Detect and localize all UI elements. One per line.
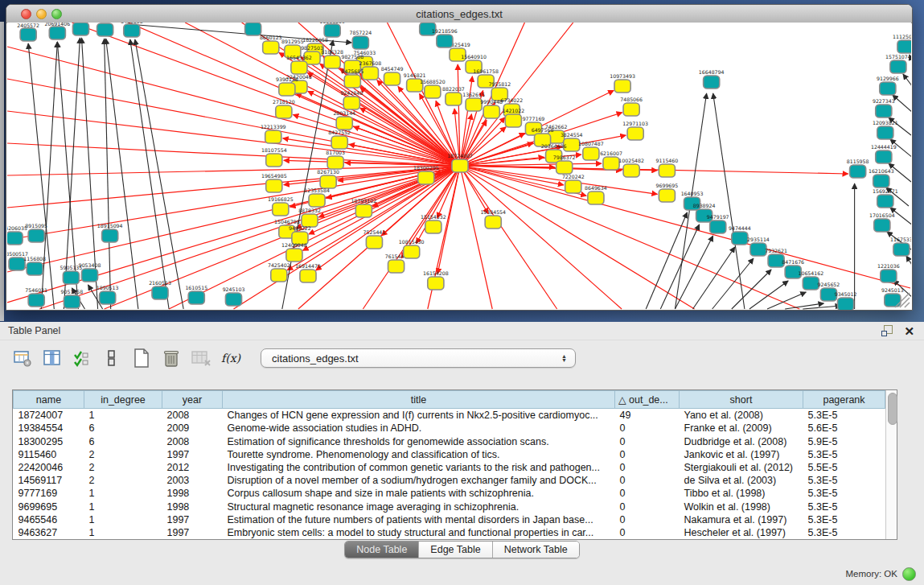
graph-node[interactable] [437,35,453,47]
select-rows-icon[interactable] [71,347,93,369]
graph-node[interactable] [355,204,372,217]
float-panel-icon[interactable] [881,325,893,336]
graph-node[interactable] [64,295,80,308]
table-cell[interactable]: Tourette syndrome. Phenomenology and cla… [223,448,615,461]
table-cell[interactable]: 1997 [162,526,223,539]
graph-node[interactable] [750,243,766,256]
close-window-button[interactable] [21,9,31,19]
table-cell[interactable]: 9777169 [14,487,84,500]
table-row[interactable]: 1872400712008Changes of HCN gene express… [14,409,885,422]
graph-node[interactable] [362,67,378,80]
table-row[interactable]: 1938455462009Genome-wide association stu… [14,422,885,435]
graph-node[interactable] [565,180,581,193]
graph-node[interactable] [881,270,897,282]
table-vertical-scrollbar[interactable] [885,390,897,539]
table-cell[interactable]: 0 [615,435,680,448]
graph-node[interactable] [225,293,241,306]
graph-node[interactable] [72,23,88,35]
table-cell[interactable]: Dudbridge et al. (2008) [680,435,803,448]
graph-node[interactable] [483,105,499,118]
table-cell[interactable]: 2 [84,461,162,474]
table-cell[interactable]: 49 [615,409,680,422]
table-row[interactable]: 1830029562008Estimation of significance … [14,435,885,448]
table-row[interactable]: 946362711997Embryonic stem cells: a mode… [14,526,885,539]
graph-node[interactable] [388,260,405,273]
table-cell[interactable]: 2 [84,448,162,461]
graph-node[interactable] [331,136,347,149]
graph-node[interactable] [124,24,140,37]
graph-node[interactable] [63,271,79,284]
table-cell[interactable]: Genome-wide association studies in ADHD. [223,422,615,435]
table-cell[interactable]: 0 [615,474,680,487]
table-row[interactable]: 2242004622012Investigating the contribut… [14,461,885,474]
table-cell[interactable]: Franke et al. (2009) [680,422,803,435]
graph-node[interactable] [28,229,44,242]
table-row[interactable]: 969969511998Structural magnetic resonanc… [14,500,885,513]
graph-node[interactable] [485,216,501,229]
table-settings-icon[interactable] [11,347,34,369]
delete-table-icon[interactable] [190,347,212,369]
table-cell[interactable]: Embryonic stem cells: a model to study s… [223,526,615,539]
table-cell[interactable]: 9465546 [14,513,84,526]
memory-status-dot[interactable] [902,567,916,581]
table-cell[interactable]: 1 [84,513,162,526]
graph-node[interactable] [466,98,482,111]
minimize-window-button[interactable] [36,9,47,19]
graph-node[interactable] [336,117,352,130]
table-cell[interactable]: 14569117 [14,474,84,487]
table-cell[interactable]: Hescheler et al. (1997) [680,526,803,539]
graph-node[interactable] [188,291,204,304]
table-cell[interactable]: 2003 [162,474,223,487]
graph-node[interactable] [803,277,819,290]
graph-node[interactable] [873,175,889,187]
table-cell[interactable]: 5.3E-5 [803,409,885,422]
table-cell[interactable]: 2 [84,474,162,487]
graph-node[interactable] [505,114,521,127]
table-cell[interactable]: 1 [84,409,162,422]
network-canvas[interactable]: 1872400718300295193845548660123891295518… [7,23,911,310]
graph-node[interactable] [344,75,360,88]
graph-node[interactable] [850,165,866,178]
table-cell[interactable]: 9463627 [14,526,84,539]
graph-node[interactable] [266,179,282,192]
graph-node[interactable] [265,130,281,143]
graph-node[interactable] [838,298,854,310]
graph-node[interactable] [704,76,720,89]
graph-node[interactable] [263,41,279,54]
graph-node[interactable] [623,103,639,116]
graph-node[interactable] [877,126,893,139]
table-cell[interactable]: 6 [84,422,162,435]
graph-node[interactable] [627,127,643,140]
column-header-title[interactable]: title [223,391,615,409]
graph-node[interactable] [7,232,23,245]
graph-node[interactable] [81,269,97,282]
table-cell[interactable]: 1 [84,526,162,539]
graph-node[interactable] [152,286,168,299]
graph-node[interactable] [286,249,302,262]
table-cell[interactable]: 9699695 [14,500,84,513]
graph-node[interactable] [404,245,420,258]
graph-node[interactable] [623,164,639,177]
table-cell[interactable]: Structural magnetic resonance image aver… [223,500,615,513]
graph-node[interactable] [425,85,441,98]
graph-node[interactable] [291,61,307,74]
table-cell[interactable]: 1998 [162,500,223,513]
table-cell[interactable]: Tibbo et al. (1998) [680,487,803,500]
graph-node[interactable] [28,294,44,307]
table-cell[interactable]: 1 [84,487,162,500]
table-cell[interactable]: 19384554 [14,422,84,435]
graph-node[interactable] [27,262,43,275]
column-header-name[interactable]: name [14,391,84,409]
table-cell[interactable]: 2012 [162,461,223,474]
graph-node[interactable] [874,219,890,232]
graph-node[interactable] [9,257,25,270]
graph-node[interactable] [556,161,573,174]
graph-node[interactable] [418,171,434,184]
table-cell[interactable]: Corpus callosum shape and size in male p… [223,487,615,500]
graph-node[interactable] [659,189,675,202]
graph-node[interactable] [614,80,630,93]
table-cell[interactable]: 1 [84,500,162,513]
table-row[interactable]: 1456911722003Disruption of a novel membe… [14,474,885,487]
table-cell[interactable]: 0 [615,526,680,539]
table-cell[interactable]: 5.3E-5 [803,513,885,526]
